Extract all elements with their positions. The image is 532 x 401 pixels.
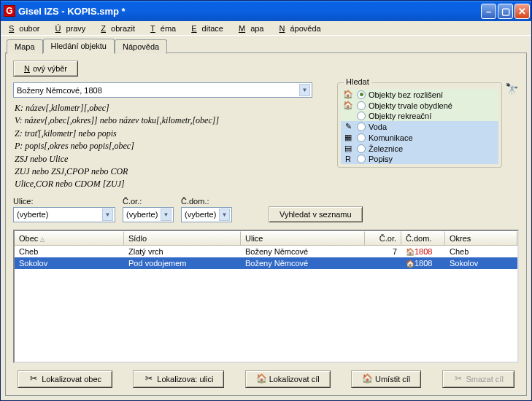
filter-row-4[interactable]: ▦Komunikace: [341, 132, 498, 143]
menu-bar: Soubor Úpravy Zobrazit Téma Editace Mapa…: [1, 21, 531, 36]
filter-radio[interactable]: [357, 133, 366, 142]
filter-label: Objekty bez rozlišení: [369, 90, 443, 99]
hledat-legend: Hledat: [344, 77, 371, 86]
hledat-group: Hledat 🏠Objekty bez rozlišení🏠Objekty tr…: [337, 82, 502, 168]
binoculars-icon[interactable]: 🔭: [505, 82, 519, 96]
col-sidlo[interactable]: Sídlo: [124, 231, 241, 245]
tab-hledani-objektu[interactable]: Hledání objektu: [43, 39, 115, 53]
ulice-label: Ulice:: [13, 197, 115, 206]
filter-label: Objekty rekreační: [369, 112, 431, 120]
filter-row-3[interactable]: ✎Voda: [341, 121, 498, 132]
filter-row-1[interactable]: 🏠Objekty trvale obydlené: [341, 100, 498, 111]
filter-row-2[interactable]: Objekty rekreační: [341, 111, 498, 121]
filter-row-6[interactable]: RPopisy: [341, 154, 498, 164]
cor-combo[interactable]: (vyberte) ▼: [123, 207, 174, 222]
novy-vyber-button[interactable]: Nový výběr: [13, 61, 78, 77]
syntax-hints: K: název[,kilometr][,obec] V: název[,obe…: [15, 102, 330, 191]
table-header: Obec △ Sídlo Ulice Č.or. Č.dom. Okres: [15, 231, 517, 246]
filter-label: Komunikace: [369, 133, 413, 142]
smazat-cil-button[interactable]: ✂Smazat cíl: [442, 370, 514, 388]
filter-label: Voda: [369, 122, 387, 131]
cdom-combo[interactable]: (vyberte) ▼: [181, 207, 232, 222]
tab-strip: Mapa Hledání objektu Nápověda: [7, 38, 527, 52]
col-cdom[interactable]: Č.dom.: [401, 231, 445, 245]
menu-zobrazit[interactable]: Zobrazit: [96, 23, 145, 34]
col-cor[interactable]: Č.or.: [365, 231, 401, 245]
house-icon: 🏠: [362, 374, 372, 384]
filter-icon: 🏠: [342, 90, 354, 99]
maximize-button[interactable]: ▢: [498, 4, 513, 19]
menu-napoveda[interactable]: Nápověda: [274, 23, 331, 34]
filter-radio[interactable]: [357, 101, 366, 110]
tab-mapa[interactable]: Mapa: [7, 39, 43, 54]
lokalizovat-obec-button[interactable]: ✂Lokalizovat obec: [18, 370, 112, 388]
table-row[interactable]: ChebZlatý vrchBoženy Němcové7🏠1808Cheb: [15, 246, 517, 257]
col-obec[interactable]: Obec △: [15, 231, 124, 245]
search-combo[interactable]: Boženy Němcové, 1808 ▼: [13, 82, 312, 98]
filter-radio[interactable]: [357, 144, 366, 153]
action-bar: ✂Lokalizovat obec ✂Lokalizova: ulici 🏠Lo…: [13, 363, 519, 388]
filter-radio[interactable]: [357, 155, 366, 163]
dropdown-arrow-icon[interactable]: ▼: [161, 209, 171, 221]
dropdown-arrow-icon[interactable]: ▼: [102, 209, 113, 221]
title-bar: G Gisel IZS - KOPIS.smp * – ▢ ✕: [1, 1, 531, 21]
filter-label: Železnice: [369, 144, 403, 153]
window-title: Gisel IZS - KOPIS.smp *: [18, 6, 481, 17]
umistit-cil-button[interactable]: 🏠Umístit cíl: [351, 370, 421, 388]
delete-icon: ✂: [453, 374, 463, 384]
results-table: Obec △ Sídlo Ulice Č.or. Č.dom. Okres Ch…: [13, 230, 519, 363]
filter-radio[interactable]: [357, 122, 366, 131]
app-icon: G: [4, 5, 15, 17]
filter-icon: R: [342, 155, 354, 163]
filter-icon: ✎: [342, 122, 354, 131]
ulice-combo[interactable]: (vyberte) ▼: [13, 207, 115, 222]
menu-editace[interactable]: Editace: [186, 23, 234, 34]
dropdown-arrow-icon[interactable]: ▼: [299, 84, 310, 96]
house-icon: 🏠: [256, 374, 266, 384]
locate-icon: ✂: [144, 374, 154, 384]
close-button[interactable]: ✕: [514, 4, 530, 19]
cor-label: Č.or.:: [123, 197, 174, 206]
filter-radio[interactable]: [357, 90, 366, 99]
menu-tema[interactable]: Téma: [145, 23, 186, 34]
search-combo-value: Boženy Němcové, 1808: [17, 86, 102, 95]
filter-radio[interactable]: [357, 112, 366, 120]
filter-label: Popisy: [369, 155, 393, 163]
menu-mapa[interactable]: Mapa: [234, 23, 274, 34]
filter-icon: ▤: [342, 144, 354, 153]
dropdown-arrow-icon[interactable]: ▼: [219, 209, 230, 221]
table-row[interactable]: SokolovPod vodojememBoženy Němcové🏠1808S…: [15, 257, 517, 269]
filter-icon: 🏠: [342, 101, 354, 110]
vyhledat-button[interactable]: Vyhledat v seznamu: [269, 206, 363, 222]
minimize-button[interactable]: –: [481, 4, 496, 19]
lokalizovat-cil-button[interactable]: 🏠Lokalizovat cíl: [245, 370, 331, 388]
lokalizovat-ulici-button[interactable]: ✂Lokalizova: ulici: [133, 370, 224, 388]
tab-napoveda[interactable]: Nápověda: [115, 39, 167, 54]
tab-body: Nový výběr Boženy Němcové, 1808 ▼ K: náz…: [5, 52, 527, 396]
filter-icon: ▦: [342, 133, 354, 142]
col-okres[interactable]: Okres: [445, 231, 517, 245]
col-ulice[interactable]: Ulice: [241, 231, 365, 245]
menu-soubor[interactable]: Soubor: [4, 23, 50, 34]
menu-upravy[interactable]: Úpravy: [50, 23, 96, 34]
filter-row-5[interactable]: ▤Železnice: [341, 143, 498, 154]
filter-row-0[interactable]: 🏠Objekty bez rozlišení: [341, 89, 498, 100]
locate-icon: ✂: [28, 374, 39, 384]
filter-label: Objekty trvale obydlené: [369, 101, 452, 110]
cdom-label: Č.dom.:: [181, 197, 232, 206]
